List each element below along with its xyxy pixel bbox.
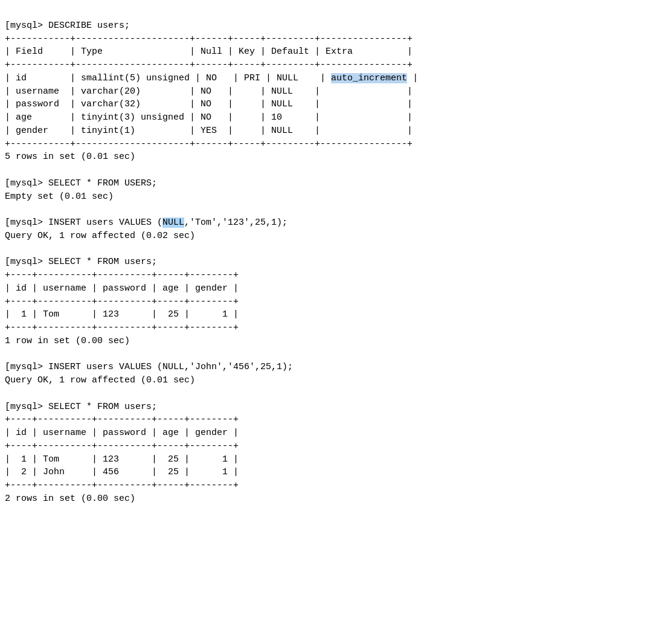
data-row-1: | 1 | Tom | 123 | 25 | 1 | bbox=[5, 309, 239, 320]
header-3: | id | username | password | age | gende… bbox=[5, 428, 239, 438]
header-1: | Field | Type | Null | Key | Default | … bbox=[5, 47, 413, 57]
null-highlight-1: NULL bbox=[162, 217, 184, 228]
row-password: | password | varchar(32) | NO | | NULL |… bbox=[5, 99, 413, 109]
border-3: +-----------+---------------------+-----… bbox=[5, 139, 413, 149]
row-id: | id | smallint(5) unsigned | NO | PRI |… bbox=[5, 73, 418, 83]
result-3: Query OK, 1 row affected (0.02 sec) bbox=[5, 231, 195, 241]
line-3: [mysql> INSERT users VALUES (NULL,'Tom',… bbox=[5, 217, 287, 228]
line-6: [mysql> SELECT * FROM users; bbox=[5, 402, 157, 412]
result-2: Empty set (0.01 sec) bbox=[5, 192, 114, 202]
result-4: 1 row in set (0.00 sec) bbox=[5, 336, 130, 346]
border-8: +----+----------+----------+-----+------… bbox=[5, 441, 239, 451]
data-row-3: | 2 | John | 456 | 25 | 1 | bbox=[5, 467, 239, 477]
border-1: +-----------+---------------------+-----… bbox=[5, 34, 413, 44]
border-5: +----+----------+----------+-----+------… bbox=[5, 297, 239, 307]
terminal-output: [mysql> DESCRIBE users; +-----------+---… bbox=[5, 6, 663, 506]
result-5: Query OK, 1 row affected (0.01 sec) bbox=[5, 375, 195, 385]
header-2: | id | username | password | age | gende… bbox=[5, 283, 239, 294]
row-gender: | gender | tinyint(1) | YES | | NULL | | bbox=[5, 126, 413, 136]
row-username: | username | varchar(20) | NO | | NULL |… bbox=[5, 86, 413, 97]
border-6: +----+----------+----------+-----+------… bbox=[5, 323, 239, 333]
border-4: +----+----------+----------+-----+------… bbox=[5, 270, 239, 280]
row-age: | age | tinyint(3) unsigned | NO | | 10 … bbox=[5, 112, 413, 123]
line-1: [mysql> DESCRIBE users; bbox=[5, 21, 130, 31]
data-row-2: | 1 | Tom | 123 | 25 | 1 | bbox=[5, 454, 239, 465]
border-7: +----+----------+----------+-----+------… bbox=[5, 414, 239, 425]
auto-increment-highlight: auto_increment bbox=[331, 73, 407, 83]
result-1: 5 rows in set (0.01 sec) bbox=[5, 152, 135, 162]
result-6: 2 rows in set (0.00 sec) bbox=[5, 494, 135, 504]
line-2: [mysql> SELECT * FROM USERS; bbox=[5, 178, 157, 188]
border-9: +----+----------+----------+-----+------… bbox=[5, 480, 239, 491]
line-5: [mysql> INSERT users VALUES (NULL,'John'… bbox=[5, 362, 293, 372]
line-4: [mysql> SELECT * FROM users; bbox=[5, 257, 157, 267]
border-2: +-----------+---------------------+-----… bbox=[5, 60, 413, 70]
